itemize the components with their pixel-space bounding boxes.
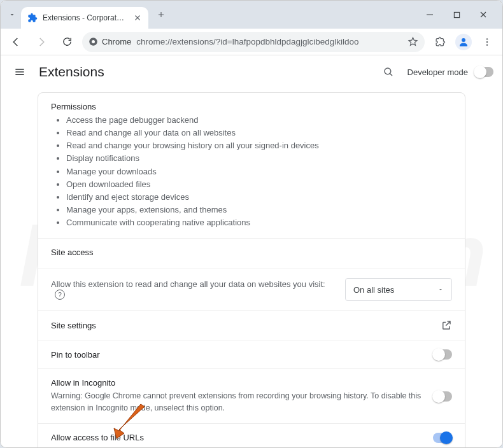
window-close-button[interactable]	[471, 4, 496, 25]
file-urls-row: Allow access to file URLs	[38, 423, 465, 447]
tab-title: Extensions - Corporate Monitor	[43, 13, 128, 22]
dev-mode-toggle[interactable]	[474, 67, 493, 77]
browser-tab[interactable]: Extensions - Corporate Monitor	[21, 7, 148, 29]
window-maximize-button[interactable]	[444, 4, 469, 25]
pin-toggle[interactable]	[433, 349, 452, 360]
svg-point-4	[486, 38, 488, 39]
chevron-down-icon	[437, 286, 444, 293]
pin-toolbar-row: Pin to toolbar	[38, 340, 465, 368]
forward-button[interactable]	[31, 32, 52, 52]
extension-icon	[27, 13, 38, 23]
permissions-section: Permissions Access the page debugger bac…	[38, 93, 465, 238]
help-icon[interactable]: ?	[55, 290, 65, 300]
site-access-dropdown[interactable]: On all sites	[345, 278, 452, 301]
file-urls-toggle[interactable]	[433, 433, 452, 443]
window-titlebar: Extensions - Corporate Monitor	[1, 1, 502, 29]
site-access-title: Site access	[51, 248, 452, 257]
svg-point-3	[462, 38, 465, 42]
file-urls-label: Allow access to file URLs	[51, 433, 427, 442]
svg-point-7	[385, 68, 391, 74]
extension-detail-card: Permissions Access the page debugger bac…	[38, 92, 465, 447]
chrome-chip: Chrome	[89, 37, 131, 46]
incognito-row: Allow in Incognito Warning: Google Chrom…	[38, 368, 465, 423]
extensions-header: Extensions Developer mode	[1, 55, 502, 88]
tab-search-dropdown[interactable]	[3, 6, 21, 24]
new-tab-button[interactable]	[152, 6, 170, 24]
site-access-desc: Allow this extension to read and change …	[51, 279, 325, 289]
permission-item: Read and change all your data on all web…	[66, 127, 452, 139]
site-access-section: Site access	[38, 238, 465, 269]
permission-item: Display notifications	[66, 152, 452, 165]
permissions-title: Permissions	[51, 102, 452, 111]
permission-item: Open downloaded files	[66, 178, 452, 191]
incognito-toggle[interactable]	[433, 391, 452, 402]
url-text: chrome://extensions/?id=lhafpopdbhldpdag…	[136, 37, 402, 46]
content-scroller[interactable]: Permissions Access the page debugger bac…	[1, 88, 502, 447]
permission-item: Communicate with cooperating native appl…	[66, 216, 452, 229]
address-bar[interactable]: Chrome chrome://extensions/?id=lhafpopdb…	[82, 32, 425, 52]
star-icon[interactable]	[407, 36, 418, 47]
permission-item: Access the page debugger backend	[66, 114, 452, 127]
permission-item: Manage your apps, extensions, and themes	[66, 204, 452, 216]
pin-label: Pin to toolbar	[51, 350, 427, 360]
window-minimize-button[interactable]	[417, 4, 443, 25]
search-button[interactable]	[378, 62, 399, 82]
site-settings-row[interactable]: Site settings	[38, 310, 465, 340]
svg-point-5	[486, 41, 488, 42]
svg-point-6	[486, 44, 488, 45]
extensions-button[interactable]	[430, 32, 450, 52]
svg-point-2	[92, 40, 95, 43]
permission-item: Identify and eject storage devices	[66, 191, 452, 204]
dev-mode-label: Developer mode	[407, 67, 468, 77]
incognito-warning: Warning: Google Chrome cannot prevent ex…	[51, 390, 427, 414]
incognito-label: Allow in Incognito	[51, 378, 427, 388]
close-tab-icon[interactable]	[133, 13, 142, 22]
menu-button[interactable]	[477, 32, 497, 52]
svg-rect-0	[454, 12, 459, 17]
reload-button[interactable]	[57, 32, 77, 52]
back-button[interactable]	[6, 32, 26, 52]
hamburger-menu-button[interactable]	[10, 62, 30, 82]
browser-toolbar: Chrome chrome://extensions/?id=lhafpopdb…	[1, 29, 502, 55]
profile-avatar[interactable]	[455, 34, 472, 50]
open-external-icon	[441, 319, 452, 331]
permission-item: Manage your downloads	[66, 165, 452, 178]
page-title: Extensions	[39, 64, 104, 80]
permission-item: Read and change your browsing history on…	[66, 139, 452, 152]
site-access-row: Allow this extension to read and change …	[38, 269, 465, 310]
site-settings-label: Site settings	[51, 321, 434, 330]
